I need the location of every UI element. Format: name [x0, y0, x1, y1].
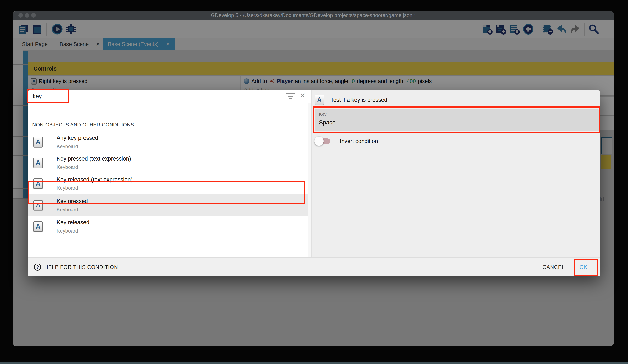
window-title: GDevelop 5 - /Users/dkarakay/Documents/G… [211, 12, 416, 18]
help-icon: ? [34, 263, 41, 271]
minimize-window-icon[interactable] [25, 13, 29, 18]
keyboard-key-icon: A [315, 95, 324, 105]
desktop-edge [0, 362, 628, 364]
conditions-list: NON-OBJECTS AND OTHER CONDITIONS A Any k… [28, 103, 308, 257]
toggle-thumb[interactable] [314, 137, 323, 146]
annotation-box-key-pressed [28, 181, 305, 204]
help-button[interactable]: ? HELP FOR THIS CONDITION [34, 257, 118, 277]
search-row: ✕ [28, 90, 311, 102]
list-scrollbar[interactable] [308, 103, 311, 257]
search-input[interactable] [33, 92, 283, 101]
zoom-window-icon[interactable] [31, 13, 36, 18]
annotation-box-key-field [313, 107, 600, 133]
invert-condition-row: Invert condition [315, 138, 378, 145]
close-window-icon[interactable] [18, 13, 23, 18]
list-item-key-released[interactable]: A Key released Keyboard [28, 216, 308, 237]
list-item-any-key-pressed[interactable]: A Any key pressed Keyboard [28, 132, 308, 153]
list-section-header: NON-OBJECTS AND OTHER CONDITIONS [32, 122, 134, 128]
keyboard-key-icon: A [33, 158, 43, 168]
keyboard-key-icon: A [33, 221, 43, 232]
invert-condition-toggle[interactable] [315, 138, 331, 145]
filter-icon[interactable] [286, 93, 296, 100]
dialog-footer: ? HELP FOR THIS CONDITION CANCEL OK [28, 257, 600, 276]
macos-titlebar: GDevelop 5 - /Users/dkarakay/Documents/G… [13, 11, 614, 20]
invert-condition-label: Invert condition [340, 138, 378, 145]
list-item-key-pressed-text-expression[interactable]: A Key pressed (text expression) Keyboard [28, 153, 308, 174]
condition-editor-title: Test if a key is pressed [330, 97, 387, 103]
annotation-box-search [27, 89, 69, 103]
screenshot-stage: GDevelop 5 - /Users/dkarakay/Documents/G… [0, 0, 628, 364]
annotation-box-ok [574, 258, 598, 276]
keyboard-key-icon: A [33, 137, 43, 147]
clear-search-icon[interactable]: ✕ [300, 91, 306, 100]
cancel-button[interactable]: CANCEL [543, 257, 565, 277]
